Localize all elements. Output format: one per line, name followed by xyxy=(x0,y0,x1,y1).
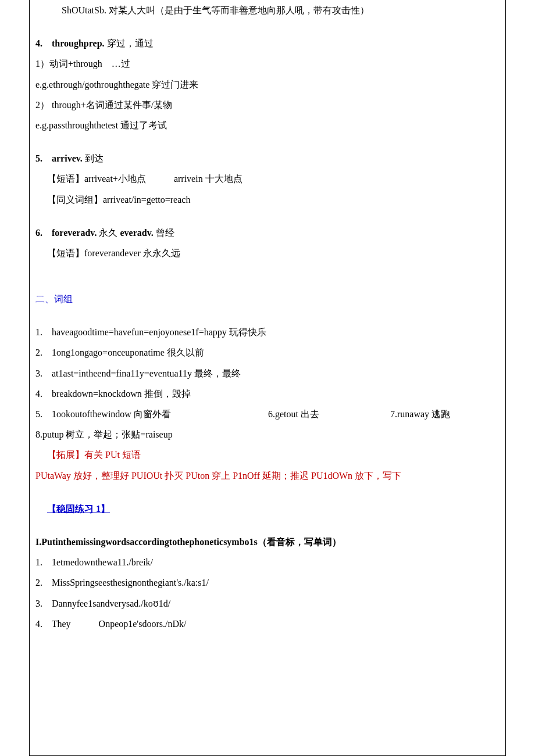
item5-sub1: 【短语】arriveat+小地点 arrivein 十大地点 xyxy=(35,169,500,189)
spacer xyxy=(35,263,500,276)
item4-tail: 穿过，通过 xyxy=(107,38,154,48)
item4-sub1: 1）动词+through …过 xyxy=(35,53,500,74)
item6-sub1: 【短语】foreverandever 永永久远 xyxy=(35,243,500,263)
item4-heading: 4. throughprep. 穿过，通过 xyxy=(35,33,500,53)
top-note-line: ShOUtatSb. 对某人大叫（是由于生气等而非善意地向那人吼，带有攻击性） xyxy=(35,0,500,20)
phrase-6: 6.getout 出去 xyxy=(268,406,390,422)
item5-sub2: 【同义词组】arriveat/in=getto=reach xyxy=(35,189,500,210)
practice-q3: 3. Dannyfee1sandverysad./koʊ1d/ xyxy=(35,593,500,614)
practice-q4: 4. They Onpeop1e'sdoors./nDk/ xyxy=(35,614,500,634)
item5-headword: arrivev. xyxy=(52,153,83,163)
spacer xyxy=(35,20,500,33)
page-container: ShOUtatSb. 对某人大叫（是由于生气等而非善意地向那人吼，带有攻击性） … xyxy=(29,0,506,756)
item6-num: 6. xyxy=(35,228,42,238)
put-extension-line: PUtaWay 放好，整理好 PUIOUt 扑灭 PUton 穿上 P1nOff… xyxy=(35,465,500,486)
practice-q1: 1. 1etmedownthewa11./breik/ xyxy=(35,552,500,572)
spacer xyxy=(35,309,500,322)
practice-title: 【稳固练习 1】 xyxy=(35,499,500,519)
section2-title: 二、词组 xyxy=(35,289,500,309)
phrase-4: 4. breakdown=knockdown 推倒，毁掉 xyxy=(35,384,500,404)
spacer xyxy=(35,486,500,499)
item4-sub2: e.g.ethrough/gothroughthegate 穿过门进来 xyxy=(35,74,500,95)
item5-tail: 到达 xyxy=(85,153,104,163)
practice-heading: I.Putinthemissingwordsaccordingtothephon… xyxy=(35,532,500,552)
phrase-3: 3. at1ast=intheend=fina11y=eventua11y 最终… xyxy=(35,363,500,384)
phrase-7: 7.runaway 逃跑 xyxy=(390,406,450,422)
spacer xyxy=(35,519,500,532)
practice-q2: 2. MissSpringseesthesignonthegiant's./ka… xyxy=(35,572,500,593)
phrase-2: 2. 1ong1ongago=onceuponatime 很久以前 xyxy=(35,342,500,363)
spacer xyxy=(35,276,500,289)
item4-num: 4. xyxy=(35,38,42,48)
item4-sub3: 2） through+名词通过某件事/某物 xyxy=(35,95,500,115)
item6-headword1: foreveradv. xyxy=(52,228,97,238)
phrase-8: 8.putup 树立，举起；张贴=raiseup xyxy=(35,424,500,445)
phrase-row-5-6-7: 5. 1ookoutofthewindow 向窗外看 6.getout 出去 7… xyxy=(35,404,500,424)
item4-sub4: e.g.passthroughthetest 通过了考试 xyxy=(35,115,500,135)
spacer xyxy=(35,210,500,223)
spacer xyxy=(35,135,500,148)
item5-num: 5. xyxy=(35,153,42,163)
item4-headword: throughprep. xyxy=(52,38,105,48)
item6-mid: 永久 xyxy=(99,228,120,238)
item6-tail: 曾经 xyxy=(156,228,174,238)
phrase-5: 5. 1ookoutofthewindow 向窗外看 xyxy=(35,406,268,422)
item6-headword2: everadv. xyxy=(120,228,153,238)
phrase-1: 1. haveagoodtime=havefun=enjoyonese1f=ha… xyxy=(35,322,500,342)
item5-heading: 5. arrivev. 到达 xyxy=(35,148,500,169)
item6-heading: 6. foreveradv. 永久 everadv. 曾经 xyxy=(35,223,500,243)
put-extension-label: 【拓展】有关 PUt 短语 xyxy=(35,445,500,465)
